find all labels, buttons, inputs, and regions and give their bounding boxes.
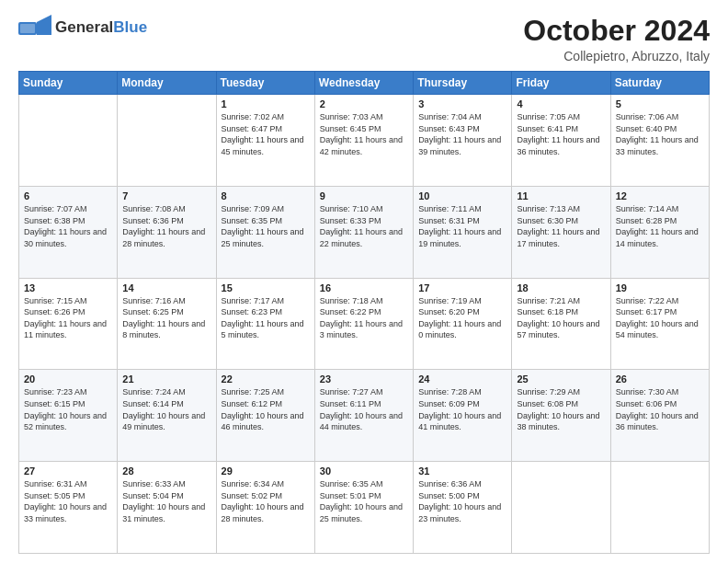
day-info: Sunrise: 6:33 AM Sunset: 5:04 PM Dayligh… [122,478,210,524]
calendar-cell: 24Sunrise: 7:28 AM Sunset: 6:09 PM Dayli… [414,370,512,462]
calendar-cell: 11Sunrise: 7:13 AM Sunset: 6:30 PM Dayli… [512,186,610,278]
calendar-cell [610,462,709,554]
logo-general: General [55,18,113,36]
day-number: 26 [616,373,704,385]
day-info: Sunrise: 7:21 AM Sunset: 6:18 PM Dayligh… [517,295,605,341]
day-info: Sunrise: 7:09 AM Sunset: 6:35 PM Dayligh… [222,203,310,249]
day-number: 1 [222,98,310,109]
day-number: 13 [24,282,112,293]
day-number: 19 [616,282,704,293]
calendar-cell: 31Sunrise: 6:36 AM Sunset: 5:00 PM Dayli… [414,462,512,554]
day-info: Sunrise: 7:07 AM Sunset: 6:38 PM Dayligh… [24,203,112,249]
day-header-thursday: Thursday [414,72,512,95]
day-number: 29 [222,465,310,477]
calendar-cell: 15Sunrise: 7:17 AM Sunset: 6:23 PM Dayli… [216,278,314,370]
day-number: 28 [122,465,210,477]
page: GeneralBlue October 2024 Collepietro, Ab… [0,0,728,563]
calendar-cell: 30Sunrise: 6:35 AM Sunset: 5:01 PM Dayli… [314,462,413,554]
day-info: Sunrise: 6:35 AM Sunset: 5:01 PM Dayligh… [320,478,408,524]
calendar-cell: 14Sunrise: 7:16 AM Sunset: 6:25 PM Dayli… [118,278,216,370]
day-number: 23 [320,373,408,385]
day-number: 7 [122,190,210,201]
calendar-cell [19,95,118,187]
calendar-cell [512,462,610,554]
logo: GeneralBlue [18,15,147,40]
day-info: Sunrise: 7:11 AM Sunset: 6:31 PM Dayligh… [418,203,506,249]
day-number: 11 [517,190,605,201]
day-info: Sunrise: 7:22 AM Sunset: 6:17 PM Dayligh… [616,295,704,341]
calendar-table: SundayMondayTuesdayWednesdayThursdayFrid… [18,71,710,554]
calendar-header-row: SundayMondayTuesdayWednesdayThursdayFrid… [19,72,710,95]
day-info: Sunrise: 7:05 AM Sunset: 6:41 PM Dayligh… [517,111,605,157]
svg-marker-1 [37,15,51,35]
day-info: Sunrise: 7:04 AM Sunset: 6:43 PM Dayligh… [418,111,506,157]
day-number: 22 [222,373,310,385]
day-info: Sunrise: 7:13 AM Sunset: 6:30 PM Dayligh… [517,203,605,249]
day-info: Sunrise: 7:10 AM Sunset: 6:33 PM Dayligh… [320,203,408,249]
calendar-cell: 25Sunrise: 7:29 AM Sunset: 6:08 PM Dayli… [512,370,610,462]
calendar-cell: 29Sunrise: 6:34 AM Sunset: 5:02 PM Dayli… [216,462,314,554]
calendar-cell: 19Sunrise: 7:22 AM Sunset: 6:17 PM Dayli… [610,278,709,370]
calendar-cell: 22Sunrise: 7:25 AM Sunset: 6:12 PM Dayli… [216,370,314,462]
day-number: 4 [517,98,605,109]
day-info: Sunrise: 7:18 AM Sunset: 6:22 PM Dayligh… [320,295,408,341]
calendar-cell: 6Sunrise: 7:07 AM Sunset: 6:38 PM Daylig… [19,186,118,278]
calendar-cell: 4Sunrise: 7:05 AM Sunset: 6:41 PM Daylig… [512,95,610,187]
svg-rect-2 [20,24,35,33]
calendar-cell: 1Sunrise: 7:02 AM Sunset: 6:47 PM Daylig… [216,95,314,187]
calendar-cell: 21Sunrise: 7:24 AM Sunset: 6:14 PM Dayli… [118,370,216,462]
day-number: 6 [24,190,112,201]
calendar-cell: 16Sunrise: 7:18 AM Sunset: 6:22 PM Dayli… [314,278,413,370]
day-info: Sunrise: 7:24 AM Sunset: 6:14 PM Dayligh… [122,386,210,432]
calendar-cell [118,95,216,187]
month-title: October 2024 [523,15,710,47]
calendar-cell: 12Sunrise: 7:14 AM Sunset: 6:28 PM Dayli… [610,186,709,278]
day-info: Sunrise: 7:15 AM Sunset: 6:26 PM Dayligh… [24,295,112,341]
day-number: 30 [320,465,408,477]
title-section: October 2024 Collepietro, Abruzzo, Italy [523,15,710,63]
day-number: 16 [320,282,408,293]
day-info: Sunrise: 7:27 AM Sunset: 6:11 PM Dayligh… [320,386,408,432]
calendar-cell: 28Sunrise: 6:33 AM Sunset: 5:04 PM Dayli… [118,462,216,554]
day-header-sunday: Sunday [19,72,118,95]
day-header-monday: Monday [118,72,216,95]
day-info: Sunrise: 7:30 AM Sunset: 6:06 PM Dayligh… [616,386,704,432]
day-number: 10 [418,190,506,201]
day-number: 25 [517,373,605,385]
day-number: 3 [418,98,506,109]
day-info: Sunrise: 7:06 AM Sunset: 6:40 PM Dayligh… [616,111,704,157]
day-info: Sunrise: 7:17 AM Sunset: 6:23 PM Dayligh… [222,295,310,341]
day-number: 9 [320,190,408,201]
calendar-week-row: 20Sunrise: 7:23 AM Sunset: 6:15 PM Dayli… [19,370,710,462]
day-number: 5 [616,98,704,109]
calendar-cell: 23Sunrise: 7:27 AM Sunset: 6:11 PM Dayli… [314,370,413,462]
location: Collepietro, Abruzzo, Italy [523,49,710,63]
day-header-friday: Friday [512,72,610,95]
day-number: 21 [122,373,210,385]
day-info: Sunrise: 7:08 AM Sunset: 6:36 PM Dayligh… [122,203,210,249]
calendar-cell: 10Sunrise: 7:11 AM Sunset: 6:31 PM Dayli… [414,186,512,278]
header: GeneralBlue October 2024 Collepietro, Ab… [18,15,710,63]
day-info: Sunrise: 7:14 AM Sunset: 6:28 PM Dayligh… [616,203,704,249]
calendar-cell: 13Sunrise: 7:15 AM Sunset: 6:26 PM Dayli… [19,278,118,370]
calendar-cell: 17Sunrise: 7:19 AM Sunset: 6:20 PM Dayli… [414,278,512,370]
calendar-cell: 26Sunrise: 7:30 AM Sunset: 6:06 PM Dayli… [610,370,709,462]
logo-blue: Blue [113,18,147,36]
calendar-cell: 27Sunrise: 6:31 AM Sunset: 5:05 PM Dayli… [19,462,118,554]
day-info: Sunrise: 7:29 AM Sunset: 6:08 PM Dayligh… [517,386,605,432]
calendar-cell: 7Sunrise: 7:08 AM Sunset: 6:36 PM Daylig… [118,186,216,278]
day-number: 27 [24,465,112,477]
day-number: 2 [320,98,408,109]
calendar-week-row: 13Sunrise: 7:15 AM Sunset: 6:26 PM Dayli… [19,278,710,370]
day-number: 8 [222,190,310,201]
day-info: Sunrise: 7:23 AM Sunset: 6:15 PM Dayligh… [24,386,112,432]
calendar-cell: 20Sunrise: 7:23 AM Sunset: 6:15 PM Dayli… [19,370,118,462]
day-info: Sunrise: 7:16 AM Sunset: 6:25 PM Dayligh… [122,295,210,341]
calendar-cell: 5Sunrise: 7:06 AM Sunset: 6:40 PM Daylig… [610,95,709,187]
day-info: Sunrise: 6:34 AM Sunset: 5:02 PM Dayligh… [222,478,310,524]
day-number: 17 [418,282,506,293]
calendar-cell: 9Sunrise: 7:10 AM Sunset: 6:33 PM Daylig… [314,186,413,278]
day-number: 15 [222,282,310,293]
day-info: Sunrise: 6:36 AM Sunset: 5:00 PM Dayligh… [418,478,506,524]
day-number: 12 [616,190,704,201]
